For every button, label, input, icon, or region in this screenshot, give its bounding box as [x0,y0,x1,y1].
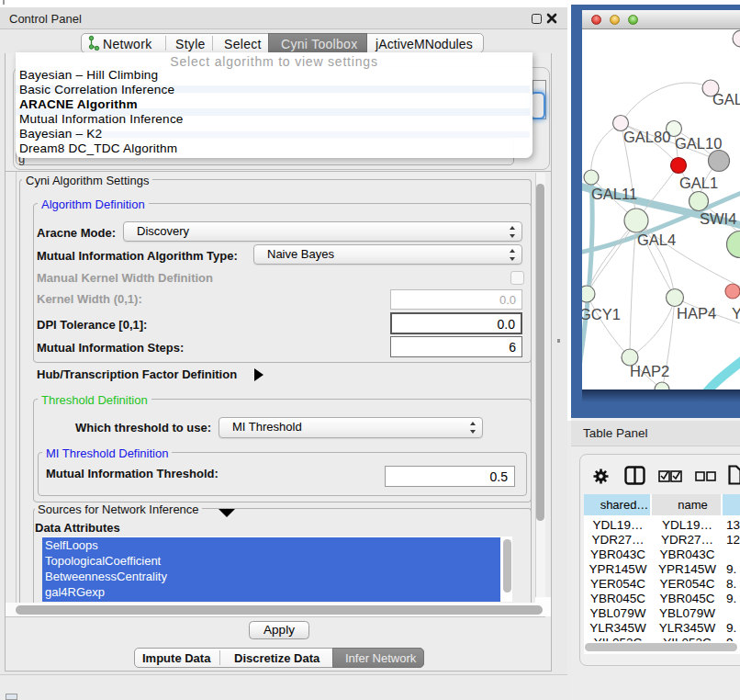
svg-text:GCY1: GCY1 [582,306,621,322]
svg-text:GAL4: GAL4 [637,231,676,248]
svg-text:GAL11: GAL11 [591,186,637,202]
svg-text:GAL80: GAL80 [623,129,670,145]
svg-text:Y: Y [732,305,740,322]
svg-text:HAP4: HAP4 [677,305,716,322]
svg-text:GAL10: GAL10 [675,135,722,152]
svg-text:SWI4: SWI4 [700,210,736,227]
svg-text:HAP2: HAP2 [630,363,669,379]
svg-text:GAL1: GAL1 [679,175,718,191]
svg-text:GAL7: GAL7 [712,91,740,107]
